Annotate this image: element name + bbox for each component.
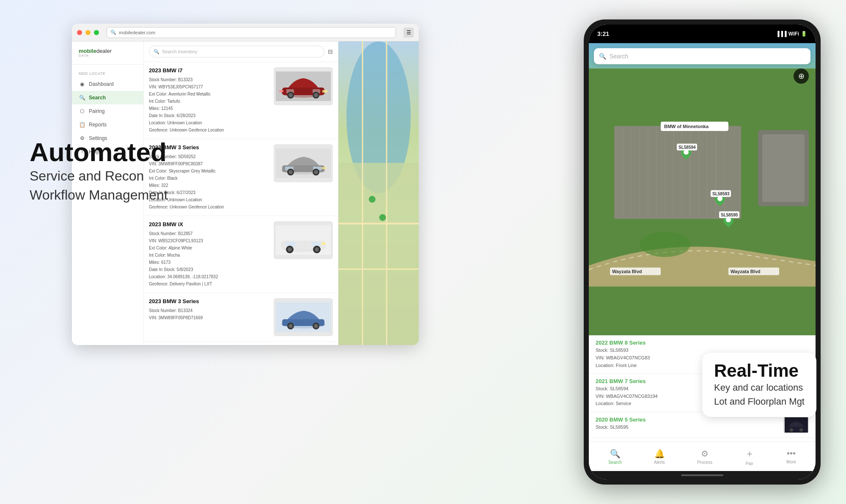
map-panel: [338, 41, 419, 345]
svg-rect-47: [614, 126, 741, 219]
dashboard-icon: ◉: [79, 81, 85, 88]
browser-url: mobiledealer.com: [119, 30, 155, 35]
svg-point-6: [288, 93, 293, 97]
process-tab-icon: ⚙: [701, 449, 709, 459]
inventory-search[interactable]: 🔍 Search Inventory: [149, 46, 324, 58]
search-icon: 🔍: [110, 30, 116, 35]
svg-point-27: [288, 247, 292, 252]
signal-icon: ▐▐▐: [776, 31, 787, 37]
car-info-3: 2023 BMW iX Stock Number: B12857 VIN: WB…: [149, 221, 269, 288]
realtime-headline: Real-Time: [714, 361, 805, 381]
svg-point-44: [379, 214, 386, 221]
logo-subtitle: DATA: [79, 54, 137, 58]
search-icon: 🔍: [154, 49, 159, 55]
car-image-2: [274, 144, 333, 182]
car-card-2[interactable]: 2023 BMW 3 Series Stock Number: SD58252 …: [144, 139, 338, 216]
pair-tab-label: Pair: [746, 461, 753, 466]
close-dot[interactable]: [77, 30, 82, 35]
battery-icon: 🔋: [801, 31, 807, 37]
svg-point-45: [369, 196, 376, 203]
car-image-1: [274, 67, 333, 105]
phone-list-detail-3: Stock: SL58595: [596, 424, 779, 431]
search-icon: 🔍: [599, 53, 606, 60]
aerial-svg: Wayzata Blvd Wayzata Blvd BMW of Minneto…: [589, 68, 816, 335]
phone-search-placeholder: Search: [610, 53, 628, 60]
marketing-text-left: Automated Service and Recon Workflow Man…: [30, 138, 168, 205]
svg-rect-10: [279, 90, 283, 92]
scene: Automated Service and Recon Workflow Man…: [21, 19, 825, 485]
filter-icon[interactable]: ⊟: [328, 48, 333, 55]
sidebar-section-label: MDD Locate: [72, 68, 143, 77]
sidebar-item-dashboard[interactable]: ◉ Dashboard: [72, 77, 143, 91]
compass-icon[interactable]: ⊕: [794, 68, 809, 84]
svg-text:BMW of Minnetonka: BMW of Minnetonka: [664, 124, 709, 129]
car-image-4: [274, 298, 333, 336]
home-bar: [681, 474, 723, 476]
car-details-1: Stock Number: B13323 VIN: WBY53EJ05PCN57…: [149, 76, 269, 134]
car-card-4[interactable]: 2023 BMW 3 Series Stock Number: B13324 V…: [144, 293, 338, 342]
car-title-3: 2023 BMW iX: [149, 221, 269, 227]
svg-point-17: [288, 170, 293, 174]
search-icon: 🔍: [79, 94, 85, 101]
svg-rect-90: [787, 427, 806, 431]
car-title-1: 2023 BMW i7: [149, 67, 269, 74]
thumb-svg-3: [785, 417, 808, 433]
svg-text:Wayzata Blvd: Wayzata Blvd: [731, 269, 761, 274]
process-tab-label: Process: [697, 460, 712, 465]
phone-search-bar[interactable]: 🔍 Search: [594, 48, 810, 64]
map-background: [338, 41, 419, 345]
tab-alerts[interactable]: 🔔 Alerts: [649, 446, 670, 467]
sidebar-item-search[interactable]: 🔍 Search: [72, 91, 143, 104]
browser-address-bar[interactable]: 🔍 mobiledealer.com: [107, 27, 396, 38]
search-tab-label: Search: [608, 460, 622, 465]
phone-list-info-3: 2020 BMW 5 Series Stock: SL58595: [596, 416, 779, 431]
maximize-dot[interactable]: [94, 30, 99, 35]
browser-menu[interactable]: ☰: [404, 27, 414, 38]
car-title-4: 2023 BMW 3 Series: [149, 298, 269, 304]
more-tab-icon: •••: [787, 449, 796, 458]
realtime-sub2: Lot and Floorplan Mgt: [714, 394, 805, 408]
sidebar-item-label: Pairing: [89, 108, 104, 114]
svg-text:SL58593: SL58593: [712, 192, 730, 196]
svg-text:Wayzata Blvd: Wayzata Blvd: [612, 269, 642, 274]
svg-text:SL58594: SL58594: [678, 145, 696, 150]
car-svg-4: [276, 302, 331, 332]
tab-process[interactable]: ⚙ Process: [692, 446, 717, 467]
svg-point-37: [314, 324, 318, 328]
svg-rect-30: [321, 242, 326, 245]
headline: Automated: [30, 138, 168, 167]
pairing-icon: ⬡: [79, 108, 85, 115]
svg-rect-9: [322, 90, 327, 93]
phone-map: 🔍 Search: [589, 43, 816, 335]
pair-tab-icon: ＋: [745, 447, 754, 460]
car-image-3: [274, 221, 333, 259]
sidebar-item-label: Search: [89, 95, 106, 101]
svg-point-91: [790, 428, 793, 432]
realtime-sub1: Key and car locations: [714, 381, 805, 394]
tab-more[interactable]: ••• More: [781, 446, 801, 467]
svg-rect-62: [762, 134, 805, 202]
sidebar-item-label: Reports: [89, 122, 107, 128]
phone-list-thumb-3: [783, 416, 809, 433]
alerts-tab-label: Alerts: [654, 460, 665, 465]
sidebar-item-pairing[interactable]: ⬡ Pairing: [72, 104, 143, 118]
svg-point-19: [314, 170, 318, 174]
browser-titlebar: 🔍 mobiledealer.com ☰: [72, 24, 419, 41]
phone-list-title-1: 2022 BMW 8 Series: [596, 340, 809, 346]
car-svg-2: [276, 148, 331, 178]
car-details-4: Stock Number: B13324 VIN: 3MW89FF05P8D71…: [149, 307, 269, 321]
minimize-dot[interactable]: [85, 30, 91, 35]
alerts-tab-icon: 🔔: [654, 449, 665, 459]
svg-rect-39: [338, 163, 419, 345]
inventory-header: 🔍 Search Inventory ⊟: [144, 41, 338, 62]
sidebar-item-reports[interactable]: 📋 Reports: [72, 118, 143, 131]
car-info-1: 2023 BMW i7 Stock Number: B13323 VIN: WB…: [149, 67, 269, 134]
tab-pair[interactable]: ＋ Pair: [740, 445, 759, 468]
phone-statusbar: 3:21 ▐▐▐ WiFi 🔋: [589, 25, 816, 43]
car-card-3[interactable]: 2023 BMW iX Stock Number: B12857 VIN: WB…: [144, 216, 338, 293]
car-svg-1: [276, 71, 331, 101]
car-card-1[interactable]: 2023 BMW i7 Stock Number: B13323 VIN: WB…: [144, 62, 338, 139]
tab-search[interactable]: 🔍 Search: [603, 446, 627, 467]
search-placeholder: Search Inventory: [162, 49, 197, 54]
wifi-icon: WiFi: [788, 31, 799, 37]
